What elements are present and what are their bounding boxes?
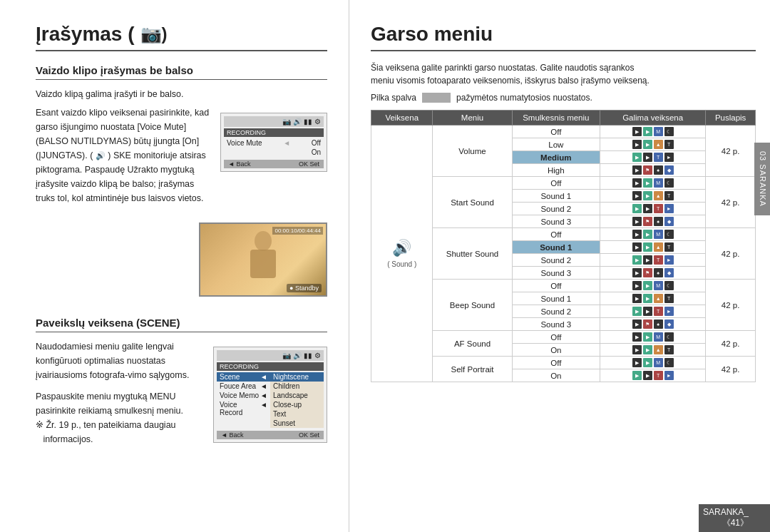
ss-off: Off	[512, 177, 600, 190]
af-page: 42 p.	[706, 331, 756, 357]
icon-9: ▶	[632, 153, 642, 162]
ss-s1: Sound 1	[512, 190, 600, 203]
bs-s3: Sound 3	[512, 318, 600, 331]
icon-3: M	[654, 127, 663, 136]
right-title: Garso meniu	[371, 23, 756, 51]
shs-page: 42 p.	[706, 228, 756, 280]
shutter-sound-meniu: Shutter Sound	[433, 228, 512, 280]
beep-sound-meniu: Beep Sound	[433, 280, 512, 331]
scene-children: Children	[270, 382, 324, 391]
recording-label-1: RECORDING	[224, 128, 324, 137]
af-on: On	[512, 344, 600, 357]
self-portrait-meniu: Self Portrait	[433, 357, 512, 382]
title-text: Įrašymas (	[36, 23, 135, 46]
section2-para1: Naudodamiesi meniu galite lengvai konfig…	[36, 339, 206, 382]
screenshot-box-1: 📷 🔊 ▮▮ ⚙ RECORDING Voice Mute ◄ Off On ◄…	[220, 113, 327, 172]
icon-8: T	[664, 140, 674, 149]
menu-fouce: Fouce Area◄	[217, 382, 270, 391]
icon-16: ◆	[664, 165, 674, 175]
vol-medium: Medium	[512, 151, 600, 164]
menu-voice-memo: Voice Memo◄	[217, 391, 270, 400]
section1-heading: Vaizdo klipo įrašymas be balso	[36, 64, 327, 80]
sp-page: 42 p.	[706, 357, 756, 382]
start-sound-meniu: Start Sound	[433, 177, 512, 228]
shs-s1: Sound 1	[512, 241, 600, 254]
left-title: Įrašymas ( 📷)	[36, 23, 327, 51]
recording-label-2: RECORDING	[217, 362, 324, 371]
ss-s2: Sound 2	[512, 203, 600, 215]
icon-1: ▶	[632, 127, 642, 136]
standby-label: ● Standby	[287, 284, 322, 292]
shs-s3: Sound 3	[512, 267, 600, 280]
section2-heading: Paveikslų veiksena (SCENE)	[36, 317, 327, 332]
scene-landscape: Landscape	[270, 391, 324, 400]
bs-off: Off	[512, 280, 600, 292]
pilka-text: Pilka spalva	[371, 93, 416, 103]
icon-10: ▶	[643, 153, 652, 162]
vol-low: Low	[512, 138, 600, 151]
icon-4: ☾	[664, 127, 674, 136]
th-veiksena: Veiksena	[371, 111, 433, 126]
intro-line1: Šia veiksena galite parinkti garso nuost…	[371, 61, 756, 87]
icon-5: ▶	[632, 140, 642, 149]
camera-icon: 📷)	[140, 24, 168, 44]
bs-s2: Sound 2	[512, 305, 600, 318]
th-meniu: Meniu	[433, 111, 512, 126]
screenshot-photo: 00:00:10/00:44:44 ● Standby	[199, 222, 327, 297]
pilka-box	[422, 93, 451, 103]
menu-row-on: On	[224, 148, 324, 157]
photo-preview: 00:00:10/00:44:44 ● Standby	[200, 224, 326, 295]
vol-page: 42 p.	[706, 126, 756, 177]
vol-high: High	[512, 164, 600, 177]
side-tab-label: 03 SARANKA	[759, 151, 767, 207]
sp-on: On	[512, 369, 600, 382]
th-galima: Galima veiksena	[600, 111, 706, 126]
bottom-bar: SARANKA_ 《41》	[699, 504, 770, 532]
left-panel: Įrašymas ( 📷) Vaizdo klipo įrašymas be b…	[0, 0, 349, 532]
icon-14: ⚑	[643, 165, 652, 175]
icon-6: ▶	[643, 140, 652, 149]
menu-footer-2: ◄ BackOK Set	[217, 431, 324, 439]
menu-voice-record: Voice Record◄	[217, 400, 270, 417]
sp-off: Off	[512, 357, 600, 369]
ss-page: 42 p.	[706, 177, 756, 228]
section2-para2: Paspauskite meniu mygtuką MENU pasirinki…	[36, 389, 206, 446]
th-puslapis: Puslapis	[706, 111, 756, 126]
shs-s2: Sound 2	[512, 254, 600, 267]
ss-s3: Sound 3	[512, 215, 600, 228]
menu-row-voice-mute: Voice Mute ◄ Off	[224, 138, 324, 148]
scene-closeup: Close-up	[270, 400, 324, 409]
pilka-desc: pažymėtos numatytosios nuostatos.	[456, 93, 592, 103]
af-off: Off	[512, 331, 600, 344]
af-sound-meniu: AF Sound	[433, 331, 512, 357]
scene-text: Text	[270, 409, 324, 419]
menu-footer-1: ◄ BackOK Set	[224, 160, 324, 168]
section1-para2: Esant vaizdo klipo veiksenai pasirinkite…	[36, 106, 213, 205]
th-smulkesnis: Smulkesnis meniu	[512, 111, 600, 126]
icon-2: ▶	[643, 127, 652, 136]
bs-s1: Sound 1	[512, 292, 600, 305]
pilka-line: Pilka spalva pažymėtos numatytosios nuos…	[371, 93, 756, 103]
icon-7: ▲	[654, 140, 663, 149]
vol-off: Off	[512, 126, 600, 138]
menu-scene: Scene◄	[217, 372, 270, 382]
icon-11: T	[654, 153, 663, 162]
screenshot-box-2: 📷 🔊 ▮▮ ⚙ RECORDING Scene◄ Fouce Area◄ Vo…	[213, 347, 327, 443]
footer-label: SARANKA_ 《41》	[703, 507, 749, 528]
sound-veiksena-cell: 🔊 ( Sound )	[371, 126, 433, 382]
side-tab: 03 SARANKA	[754, 143, 770, 215]
svg-point-0	[255, 231, 272, 251]
scene-nightscene: Nightscene	[270, 372, 324, 382]
table-row: 🔊 ( Sound ) Volume Off ▶ ▶ M ☾ 42 p.	[371, 126, 756, 138]
icon-13: ▶	[632, 165, 642, 175]
volume-meniu: Volume	[433, 126, 512, 177]
scene-sunset: Sunset	[270, 419, 324, 428]
bs-page: 42 p.	[706, 280, 756, 331]
section1-para1: Vaizdo klipą galima įrašyti ir be balso.	[36, 87, 327, 101]
icon-12: ►	[664, 153, 674, 162]
svg-rect-1	[250, 250, 276, 278]
icon-15: ♠	[654, 165, 663, 175]
right-panel: Garso meniu Šia veiksena galite parinkti…	[349, 0, 770, 532]
garso-table: Veiksena Meniu Smulkesnis meniu Galima v…	[371, 110, 756, 382]
shs-off: Off	[512, 228, 600, 241]
